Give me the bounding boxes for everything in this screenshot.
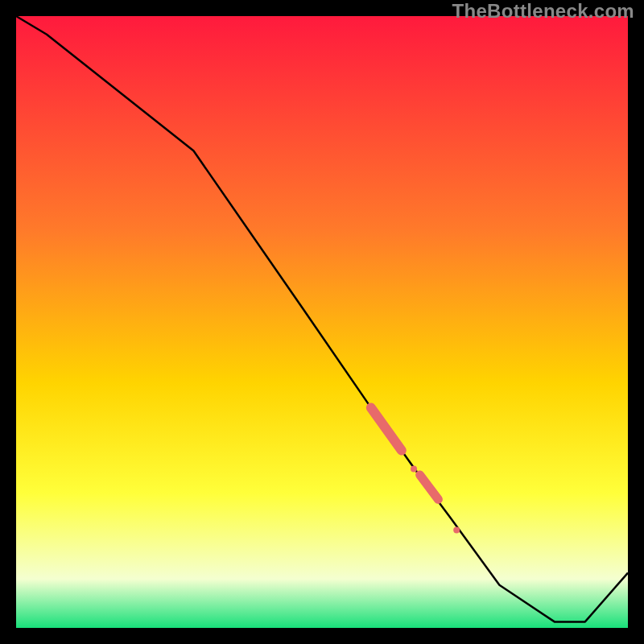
frame-right (628, 0, 644, 644)
frame-bottom (0, 628, 644, 644)
bottleneck-chart (0, 0, 644, 644)
marker-dot (411, 465, 417, 472)
watermark-text: TheBottleneck.com (452, 0, 634, 23)
marker-dot (453, 526, 460, 533)
frame-left (0, 0, 16, 644)
plot-background (16, 16, 628, 628)
chart-stage: TheBottleneck.com (0, 0, 644, 644)
